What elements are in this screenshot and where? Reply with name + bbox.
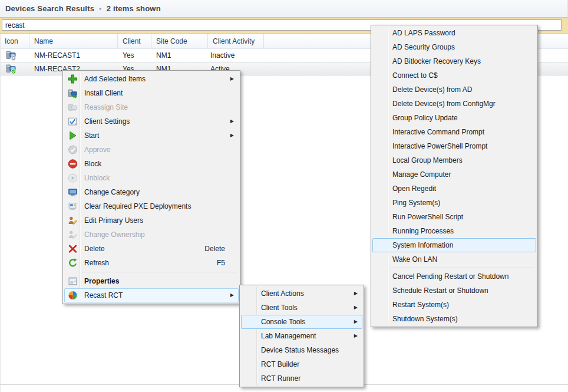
console-tools-submenu: AD LAPS PasswordAD Security GroupsAD Bit… [371,25,538,327]
console-tools-item-run-powershell-script[interactable]: Run PowerShell Script [372,210,536,224]
properties-icon [68,276,78,286]
menu-item-label: Connect to C$ [392,71,438,80]
menu-item-label: Client Actions [261,289,304,298]
column-header-site-code[interactable]: Site Code [151,34,208,48]
menu-item-label: Add Selected Items [84,75,146,83]
column-header-name[interactable]: Name [29,34,118,48]
menu-item-label: Cancel Pending Restart or Shutdown [392,272,508,281]
menu-item-clear-required-pxe-deployments[interactable]: Clear Required PXE Deployments [64,199,239,213]
menu-item-edit-primary-users[interactable]: Edit Primary Users [64,213,239,228]
pane-left-border [0,34,1,392]
menu-item-label: Change Ownership [84,230,145,239]
submenu-arrow-icon: ▶ [354,333,358,338]
menu-item-label: Interactive Command Prompt [392,128,484,136]
menu-item-shortcut: Delete [204,245,233,253]
console-tools-item-open-regedit[interactable]: Open Regedit [372,182,536,196]
console-tools-item-shutdown-system-s[interactable]: Shutdown System(s) [372,312,536,326]
menu-item-label: AD Bitlocker Recovery Keys [392,57,481,65]
menu-item-label: Approve [84,146,111,154]
column-header-icon[interactable]: Icon [0,34,29,48]
submenu-arrow-icon: ▶ [230,118,234,124]
menu-item-label: Client Settings [84,117,130,126]
submenu-arrow-icon: ▶ [230,133,234,138]
title-separator: - [99,4,102,13]
menu-item-label: Ping System(s) [392,199,440,207]
console-tools-item-ad-bitlocker-recovery-keys[interactable]: AD Bitlocker Recovery Keys [372,54,536,68]
console-tools-item-group-policy-update[interactable]: Group Policy Update [372,111,536,125]
block-icon [68,159,78,169]
recast-submenu-item-lab-management[interactable]: Lab Management▶ [241,329,362,343]
recast-submenu-item-rct-builder[interactable]: RCT Builder [241,357,362,371]
console-tools-item-interactive-command-prompt[interactable]: Interactive Command Prompt [372,125,536,139]
menu-item-label: Recast RCT [84,291,123,299]
menu-item-label: AD Security Groups [392,43,455,51]
delete-icon [68,244,78,254]
menu-item-label: Change Category [84,188,140,196]
menu-item-label: Device Status Messages [261,346,339,354]
menu-item-shortcut: F5 [217,259,233,267]
device-inactive-icon [6,50,16,61]
menu-item-label: RCT Builder [261,360,299,368]
console-tools-item-manage-computer[interactable]: Manage Computer [372,167,536,182]
cell-client-activity: Inactive [208,49,264,62]
menu-item-label: Restart System(s) [392,301,449,309]
menu-item-reassign-site: Reassign Site [64,100,239,114]
recast-submenu-item-client-actions[interactable]: Client Actions▶ [241,286,362,301]
menu-item-label: Shutdown System(s) [392,315,458,323]
menu-item-unblock: Unblock [64,171,239,185]
submenu-arrow-icon: ▶ [354,305,358,310]
console-tools-item-cancel-pending-restart-or-shutdown[interactable]: Cancel Pending Restart or Shutdown [372,269,536,284]
column-header-client[interactable]: Client [118,34,151,48]
menu-item-label: Reassign Site [84,103,128,111]
approve-icon [68,145,78,155]
menu-item-label: Running Processes [392,227,454,235]
menu-item-block[interactable]: Block [64,157,239,171]
cell-site-code: NM1 [151,49,208,62]
console-tools-item-ad-laps-password[interactable]: AD LAPS Password [372,26,536,40]
recast-submenu-item-client-tools[interactable]: Client Tools▶ [241,301,362,315]
menu-item-label: Delete [84,245,105,253]
recast-submenu-item-console-tools[interactable]: Console Tools▶ [241,315,362,329]
menu-item-label: AD LAPS Password [392,29,455,37]
menu-item-properties[interactable]: Properties [64,274,239,288]
menu-item-install-client[interactable]: Install Client [64,86,239,100]
menu-item-label: Console Tools [261,318,305,326]
menu-item-label: Run PowerShell Script [392,213,463,221]
console-tools-item-connect-to-c$[interactable]: Connect to C$ [372,68,536,83]
menu-item-recast-rct[interactable]: Recast RCT▶ [64,288,239,302]
menu-item-change-category[interactable]: Change Category [64,185,239,199]
recast-submenu-item-rct-runner[interactable]: RCT Runner [241,371,362,386]
console-tools-item-ping-system-s[interactable]: Ping System(s) [372,196,536,210]
items-count: 2 items shown [107,4,161,13]
menu-separator [390,268,534,268]
menu-item-client-settings[interactable]: Client Settings▶ [64,114,239,129]
console-tools-item-wake-on-lan[interactable]: Wake On LAN [372,252,536,266]
menu-item-label: Local Group Members [392,156,463,164]
console-tools-item-ad-security-groups[interactable]: AD Security Groups [372,40,536,54]
menu-item-add-selected-items[interactable]: Add Selected Items▶ [64,72,239,86]
console-tools-item-restart-system-s[interactable]: Restart System(s) [372,298,536,312]
console-tools-item-delete-device-s-from-configmgr[interactable]: Delete Device(s) from ConfigMgr [372,97,536,111]
console-tools-item-schedule-restart-or-shutdown[interactable]: Schedule Restart or Shutdown [372,284,536,298]
recast-submenu-item-device-status-messages[interactable]: Device Status Messages [241,343,362,357]
console-tools-item-local-group-members[interactable]: Local Group Members [372,153,536,167]
console-tools-item-delete-device-s-from-ad[interactable]: Delete Device(s) from AD [372,83,536,97]
menu-item-start[interactable]: Start▶ [64,129,239,143]
start-icon [68,131,78,141]
menu-item-label: Schedule Restart or Shutdown [392,286,488,295]
console-tools-item-interactive-powershell-prompt[interactable]: Interactive PowerShell Prompt [372,139,536,153]
console-tools-item-system-information[interactable]: System Information [372,238,536,252]
menu-item-refresh[interactable]: RefreshF5 [64,256,239,270]
edit-primary-users-icon [68,216,78,226]
menu-item-delete[interactable]: DeleteDelete [64,242,239,256]
unblock-icon [68,173,78,183]
menu-item-change-ownership: Change Ownership [64,228,239,242]
clear-pxe-icon [68,202,78,212]
column-header-client-activity[interactable]: Client Activity [208,34,264,48]
menu-item-label: System Information [392,241,453,249]
console-tools-item-running-processes[interactable]: Running Processes [372,224,536,238]
menu-item-label: Install Client [84,89,123,97]
menu-item-label: Refresh [84,259,109,267]
cell-icon [0,49,29,62]
menu-item-label: Manage Computer [392,170,451,179]
